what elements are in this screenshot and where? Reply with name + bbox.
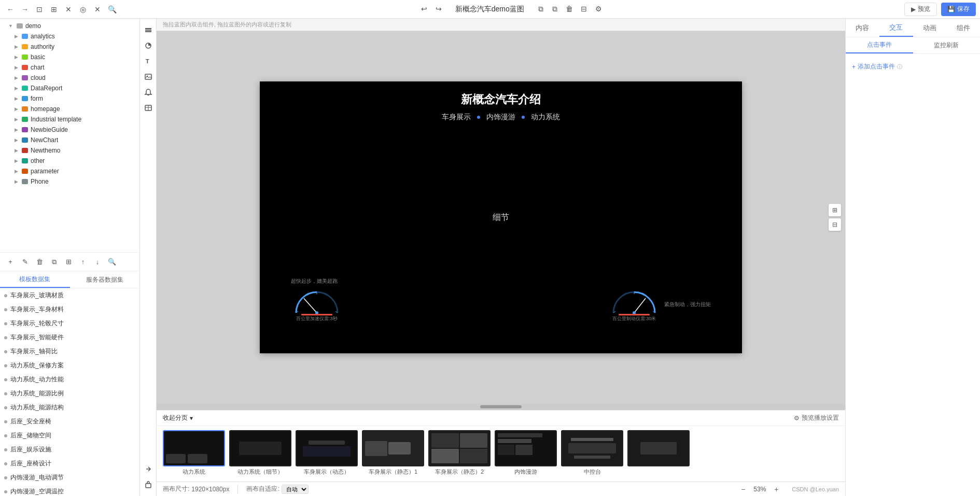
filmstrip-scroll[interactable]: 动力系统 动力系统（细节）	[157, 426, 845, 481]
right-tab-animation[interactable]: 动画	[913, 19, 947, 37]
folder-icon-form	[22, 96, 28, 101]
save-button[interactable]: 💾 保存	[941, 3, 976, 16]
collapse-filmstrip-btn[interactable]: 收起分页 ▾	[163, 414, 193, 422]
film-item-6[interactable]: 中控台	[561, 430, 623, 477]
film-item-0[interactable]: 动力系统	[163, 430, 225, 477]
dataset-tab-template[interactable]: 模板数据集	[0, 271, 70, 288]
film-item-4[interactable]: 车身展示（静态）2	[428, 430, 491, 477]
right-panel-tabs: 内容 交互 动画 组件	[846, 19, 980, 37]
copy-btn[interactable]: ⧉	[48, 256, 60, 268]
dataset-item-8[interactable]: 动力系统_能源结构	[0, 401, 139, 415]
tree-item-other[interactable]: ▶ other	[0, 156, 139, 166]
tree-item-datareport[interactable]: ▶ DataReport	[0, 83, 139, 93]
preview-settings-btn[interactable]: ⚙ 预览播放设置	[794, 414, 839, 422]
search-icon-btn[interactable]: 🔍	[106, 3, 118, 16]
tree-item-parameter[interactable]: ▶ parameter	[0, 166, 139, 176]
canvas-tool-btn-2[interactable]: ⊟	[829, 218, 841, 231]
dataset-item-0[interactable]: 车身展示_玻璃材质	[0, 288, 139, 302]
tree-item-cloud[interactable]: ▶ cloud	[0, 73, 139, 83]
scrollbar-thumb[interactable]	[480, 405, 522, 408]
settings-btn[interactable]: ⚙	[592, 3, 605, 15]
film-item-1[interactable]: 动力系统（细节）	[229, 430, 291, 477]
undo-btn[interactable]: ↩	[418, 3, 430, 15]
dataset-item-13[interactable]: 内饰漫游_电动调节	[0, 471, 139, 485]
pie-chart-icon-btn[interactable]	[141, 38, 156, 53]
dataset-item-3[interactable]: 车身展示_智能硬件	[0, 330, 139, 345]
move-up-btn[interactable]: ↑	[77, 256, 89, 268]
copy2-btn[interactable]: ⧉	[535, 3, 547, 16]
image-icon-btn[interactable]	[141, 70, 156, 84]
dataset-item-2[interactable]: 车身展示_轮毂尺寸	[0, 316, 139, 330]
tree-item-newchart[interactable]: ▶ NewChart	[0, 135, 139, 145]
dataset-item-6[interactable]: 动力系统_动力性能	[0, 373, 139, 387]
copy-icon-btn[interactable]: ⊡	[33, 3, 46, 16]
dataset-item-10[interactable]: 后座_储物空间	[0, 429, 139, 443]
canvas-nav: 车身展示 内饰漫游 动力系统	[442, 113, 560, 122]
back-btn[interactable]: ←	[4, 3, 17, 16]
tree-item-basic[interactable]: ▶ basic	[0, 52, 139, 62]
right-tab-interaction[interactable]: 交互	[879, 19, 913, 37]
tree-item-industrial[interactable]: ▶ Industrial template	[0, 114, 139, 125]
collapse-icon-btn[interactable]	[141, 477, 156, 492]
zoom-controls: − 53% +	[738, 484, 781, 494]
dataset-tab-server[interactable]: 服务器数据集	[70, 271, 140, 288]
move-down-btn[interactable]: ↓	[91, 256, 104, 268]
text-icon-btn[interactable]: T	[141, 54, 156, 68]
dataset-item-11[interactable]: 后座_娱乐设施	[0, 443, 139, 457]
tree-item-demo[interactable]: ▼ demo	[0, 21, 139, 31]
dataset-item-9[interactable]: 后座_安全座椅	[0, 415, 139, 429]
bell-icon-btn[interactable]	[141, 85, 156, 100]
grid-btn[interactable]: ⊞	[62, 256, 75, 268]
preview-button[interactable]: ▶ 预览	[904, 3, 937, 16]
table-icon-btn[interactable]	[141, 101, 156, 115]
tree-item-newthemo[interactable]: ▶ Newthemo	[0, 145, 139, 156]
film-label-5: 内饰漫游	[495, 466, 557, 477]
film-item-3[interactable]: 车身展示（静态）1	[362, 430, 424, 477]
right-tab-content[interactable]: 内容	[846, 19, 879, 37]
tree-item-newbieguide[interactable]: ▶ NewbieGuide	[0, 125, 139, 135]
right-sub-tab-monitor[interactable]: 监控刷新	[913, 37, 981, 53]
tree-item-form[interactable]: ▶ form	[0, 93, 139, 104]
film-item-7[interactable]	[627, 430, 690, 477]
add-page-btn[interactable]: +	[4, 256, 17, 268]
dataset-item-7[interactable]: 动力系统_能源比例	[0, 387, 139, 401]
trash-btn[interactable]: 🗑	[563, 3, 576, 15]
film-thumb-2	[296, 430, 358, 466]
filmstrip-header: 收起分页 ▾ ⚙ 预览播放设置	[157, 410, 845, 426]
expand-icon-btn[interactable]	[141, 462, 156, 476]
dataset-item-4[interactable]: 车身展示_轴荷比	[0, 345, 139, 359]
paste-btn[interactable]: ⧉	[549, 3, 561, 16]
layers-icon-btn[interactable]	[141, 23, 156, 37]
dataset-item-5[interactable]: 动力系统_保修方案	[0, 359, 139, 373]
close-icon-btn[interactable]: ✕	[91, 3, 104, 16]
zoom-out-btn[interactable]: −	[738, 484, 748, 494]
tree-item-chart[interactable]: ▶ chart	[0, 62, 139, 73]
target-icon-btn[interactable]: ◎	[77, 3, 89, 16]
canvas-tool-btn-1[interactable]: ⊞	[829, 204, 841, 216]
delete-btn[interactable]: 🗑	[33, 256, 46, 268]
tree-item-phone[interactable]: ▶ Phone	[0, 176, 139, 187]
right-tab-component[interactable]: 组件	[946, 19, 980, 37]
redo-btn[interactable]: ↪	[432, 3, 445, 15]
delete-icon-btn[interactable]: ✕	[62, 3, 75, 16]
zoom-in-btn[interactable]: +	[771, 484, 781, 494]
tree-item-homepage[interactable]: ▶ homepage	[0, 104, 139, 114]
right-sub-tab-click[interactable]: 点击事件	[846, 37, 913, 53]
film-item-2[interactable]: 车身展示（动态）	[296, 430, 358, 477]
fit-select[interactable]: 自动	[282, 485, 309, 494]
forward-btn[interactable]: →	[19, 3, 31, 16]
canvas-scrollbar[interactable]	[157, 404, 845, 410]
dataset-item-14[interactable]: 内饰漫游_空调温控	[0, 485, 139, 496]
tree-item-analytics[interactable]: ▶ analytics	[0, 31, 139, 42]
arrange-btn[interactable]: ⊟	[578, 3, 590, 15]
search-sidebar-btn[interactable]: 🔍	[106, 256, 118, 268]
preview-icon: ▶	[911, 6, 916, 13]
dataset-item-12[interactable]: 后座_座椅设计	[0, 457, 139, 471]
tree-item-authority[interactable]: ▶ authority	[0, 42, 139, 52]
browser-icon-btn[interactable]: ⊞	[48, 3, 60, 16]
dataset-item-1[interactable]: 车身展示_车身材料	[0, 302, 139, 316]
film-item-5[interactable]: 内饰漫游	[495, 430, 557, 477]
canvas-wrapper[interactable]: 新概念汽车介绍 车身展示 内饰漫游 动力系统 细节 超快起步，媲美超跑	[157, 31, 845, 404]
add-event-btn[interactable]: + 添加点击事件 ⓘ	[852, 60, 974, 73]
edit-btn[interactable]: ✎	[19, 256, 31, 268]
